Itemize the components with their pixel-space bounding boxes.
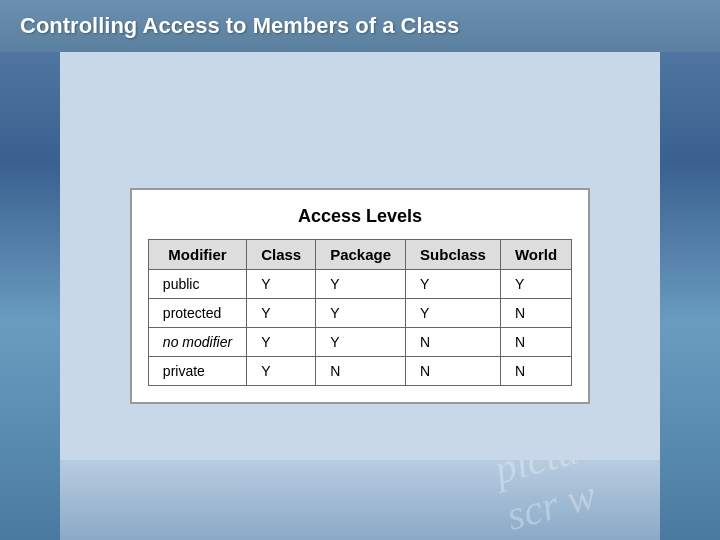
package-cell-2: Y [316, 328, 406, 357]
col-package: Package [316, 240, 406, 270]
col-modifier: Modifier [148, 240, 246, 270]
table-row: publicYYYY [148, 270, 571, 299]
world-cell-3: N [500, 357, 571, 386]
content-area: Access Levels Modifier Class Package Sub… [60, 52, 660, 540]
table-title: Access Levels [148, 206, 572, 227]
col-class: Class [247, 240, 316, 270]
modifier-cell-1: protected [148, 299, 246, 328]
subclass-cell-1: Y [406, 299, 501, 328]
table-container: Access Levels Modifier Class Package Sub… [130, 188, 590, 404]
class-cell-3: Y [247, 357, 316, 386]
slide-title: Controlling Access to Members of a Class [20, 13, 459, 39]
slide: pictuscr w Controlling Access to Members… [0, 0, 720, 540]
table-row: privateYNNN [148, 357, 571, 386]
col-subclass: Subclass [406, 240, 501, 270]
access-levels-table: Modifier Class Package Subclass World pu… [148, 239, 572, 386]
table-row: no modifierYYNN [148, 328, 571, 357]
class-cell-0: Y [247, 270, 316, 299]
col-world: World [500, 240, 571, 270]
class-cell-1: Y [247, 299, 316, 328]
package-cell-0: Y [316, 270, 406, 299]
table-header-row: Modifier Class Package Subclass World [148, 240, 571, 270]
modifier-cell-2: no modifier [148, 328, 246, 357]
table-row: protectedYYYN [148, 299, 571, 328]
modifier-cell-3: private [148, 357, 246, 386]
subclass-cell-0: Y [406, 270, 501, 299]
bg-left [0, 0, 60, 540]
modifier-cell-0: public [148, 270, 246, 299]
subclass-cell-2: N [406, 328, 501, 357]
class-cell-2: Y [247, 328, 316, 357]
package-cell-3: N [316, 357, 406, 386]
world-cell-2: N [500, 328, 571, 357]
world-cell-1: N [500, 299, 571, 328]
world-cell-0: Y [500, 270, 571, 299]
bg-right [660, 0, 720, 540]
package-cell-1: Y [316, 299, 406, 328]
subclass-cell-3: N [406, 357, 501, 386]
header-bar: Controlling Access to Members of a Class [0, 0, 720, 52]
